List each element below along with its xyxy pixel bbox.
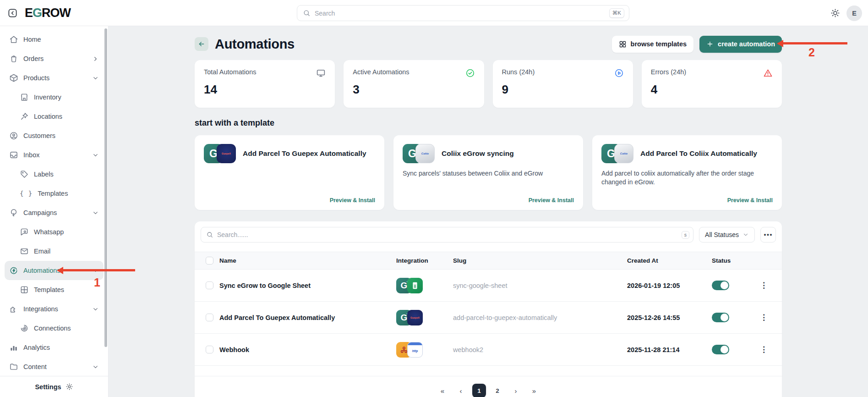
- column-header-status[interactable]: Status: [712, 257, 760, 264]
- back-button[interactable]: [195, 37, 208, 51]
- status-toggle-on[interactable]: [712, 345, 729, 354]
- status-filter-dropdown[interactable]: All Statuses: [699, 227, 755, 243]
- fingerprint-icon: [20, 324, 29, 333]
- chevron-down-icon: [92, 364, 99, 370]
- row-actions-kebab-icon[interactable]: ⋮: [760, 346, 768, 353]
- http-icon: http: [407, 342, 423, 358]
- coliix-icon: Coliix: [614, 144, 633, 163]
- check-circle-icon: [465, 68, 475, 79]
- table-row-webhook[interactable]: Webhook http webhook2 2025-11-28 21:14 ⋮: [195, 334, 782, 366]
- status-toggle-on[interactable]: [712, 281, 729, 290]
- table-row-add-parcel-guepex[interactable]: Add Parcel To Guepex Automatically G✦ Gu…: [195, 302, 782, 334]
- pagination-next-icon[interactable]: ›: [509, 384, 523, 397]
- row-actions-kebab-icon[interactable]: ⋮: [760, 314, 768, 321]
- sidebar-item-inventory[interactable]: Inventory: [5, 88, 104, 107]
- sidebar-item-campaigns[interactable]: Campaigns: [5, 203, 104, 222]
- sidebar-item-label: Campaigns: [23, 209, 57, 216]
- browse-templates-button[interactable]: browse templates: [612, 36, 694, 53]
- sidebar-item-whatsapp[interactable]: Whatsapp: [5, 222, 104, 242]
- column-header-slug[interactable]: Slug: [453, 257, 627, 264]
- sidebar-item-products[interactable]: Products: [5, 68, 104, 88]
- create-automation-label: create automation: [718, 40, 775, 48]
- sidebar-item-automation-templates[interactable]: Templates: [5, 280, 104, 299]
- sidebar-item-inbox-templates[interactable]: { } Templates: [5, 184, 104, 203]
- row-checkbox[interactable]: [206, 314, 213, 321]
- column-header-created-at[interactable]: Created At: [627, 257, 712, 264]
- email-envelope-icon: [20, 247, 29, 256]
- browse-templates-label: browse templates: [631, 40, 687, 48]
- guepex-icon: GuepeX: [217, 144, 236, 163]
- select-all-checkbox[interactable]: [206, 257, 213, 265]
- more-options-button[interactable]: ●●●: [760, 227, 776, 243]
- theme-toggle-sun-icon[interactable]: [830, 8, 840, 18]
- user-avatar[interactable]: E: [846, 6, 862, 21]
- template-card-guepex[interactable]: G✦ GuepeX Add Parcel To Guepex Automatic…: [195, 135, 384, 210]
- table-search-input[interactable]: [217, 231, 682, 238]
- search-icon: [206, 231, 213, 238]
- template-card-title: Add Parcel To Coliix Automatically: [640, 149, 757, 158]
- preview-install-link[interactable]: Preview & Install: [330, 197, 375, 204]
- sidebar-item-home[interactable]: Home: [5, 30, 104, 49]
- automation-slug: sync-google-sheet: [453, 282, 627, 289]
- egrow-logo: EGROW: [25, 6, 71, 20]
- row-actions-kebab-icon[interactable]: ⋮: [760, 281, 768, 289]
- sidebar: Home Orders Products Inventory Locations…: [0, 26, 109, 397]
- pagination-page-2[interactable]: 2: [491, 384, 504, 397]
- status-filter-label: All Statuses: [705, 231, 739, 238]
- pagination-last-icon[interactable]: »: [527, 384, 541, 397]
- page-title: Automations: [215, 37, 295, 52]
- sidebar-item-analytics[interactable]: Analytics: [5, 338, 104, 357]
- row-checkbox[interactable]: [206, 281, 213, 289]
- table-search[interactable]: s: [201, 227, 693, 243]
- pagination-page-1[interactable]: 1: [472, 384, 486, 397]
- sidebar-item-inbox[interactable]: Inbox: [5, 145, 104, 165]
- automation-created-at: 2026-01-19 12:05: [627, 282, 712, 289]
- pagination-prev-icon[interactable]: ‹: [454, 384, 468, 397]
- global-search-input[interactable]: [315, 10, 609, 17]
- automation-slug: webhook2: [453, 346, 627, 353]
- sidebar-item-orders[interactable]: Orders: [5, 49, 104, 68]
- orders-bag-icon: [9, 54, 18, 63]
- sidebar-item-label: Products: [23, 74, 49, 82]
- automation-slug: add-parcel-to-guepex-automatically: [453, 314, 627, 321]
- home-icon: [9, 35, 18, 44]
- sidebar-scrollbar[interactable]: [104, 28, 107, 347]
- grid-icon: [20, 285, 29, 294]
- inbox-tray-icon: [9, 150, 18, 160]
- sidebar-item-labels[interactable]: Labels: [5, 165, 104, 184]
- template-cards: G✦ GuepeX Add Parcel To Guepex Automatic…: [195, 135, 782, 210]
- grid-squares-icon: [619, 40, 627, 48]
- sidebar-item-integrations[interactable]: Integrations: [5, 299, 104, 319]
- sidebar-item-locations[interactable]: Locations: [5, 107, 104, 126]
- settings-button[interactable]: Settings: [0, 376, 108, 397]
- automation-name: Add Parcel To Guepex Automatically: [219, 314, 396, 321]
- sidebar-item-label: Integrations: [23, 305, 58, 313]
- template-card-coliix-sync[interactable]: G✦ Coliix Coliix eGrow syncing Sync parc…: [393, 135, 583, 210]
- create-automation-button[interactable]: create automation: [699, 36, 782, 53]
- table-row-sync-google-sheet[interactable]: Sync eGrow to Google Sheet G✦ sync-googl…: [195, 270, 782, 302]
- column-header-name[interactable]: Name: [219, 257, 396, 264]
- sidebar-item-customers[interactable]: Customers: [5, 126, 104, 145]
- whatsapp-chat-icon: [20, 227, 29, 237]
- pagination-first-icon[interactable]: «: [436, 384, 449, 397]
- automations-table-card: s All Statuses ●●● Name Integration Slug…: [195, 221, 782, 397]
- google-sheets-icon: [407, 278, 423, 293]
- global-search[interactable]: ⌘K: [297, 5, 629, 21]
- app-root: EGROW ⌘K E Home Orders: [0, 0, 868, 397]
- sidebar-collapse-icon[interactable]: [7, 8, 18, 19]
- template-card-coliix-parcel[interactable]: G✦ Coliix Add Parcel To Coliix Automatic…: [592, 135, 782, 210]
- inventory-store-icon: [20, 93, 29, 102]
- stat-active-automations: Active Automations 3: [344, 60, 484, 108]
- status-toggle-on[interactable]: [712, 313, 729, 322]
- preview-install-link[interactable]: Preview & Install: [529, 197, 574, 204]
- stats-row: Total Automations 14 Active Automations …: [195, 60, 782, 108]
- sidebar-item-connections[interactable]: Connections: [5, 319, 104, 338]
- sidebar-item-email[interactable]: Email: [5, 242, 104, 261]
- automation-created-at: 2025-12-26 14:55: [627, 314, 712, 321]
- alert-triangle-icon: [763, 68, 773, 79]
- column-header-integration[interactable]: Integration: [396, 257, 453, 264]
- row-checkbox[interactable]: [206, 346, 213, 353]
- automation-name: Webhook: [219, 346, 396, 353]
- sidebar-item-content[interactable]: Content: [5, 357, 104, 376]
- preview-install-link[interactable]: Preview & Install: [727, 197, 773, 204]
